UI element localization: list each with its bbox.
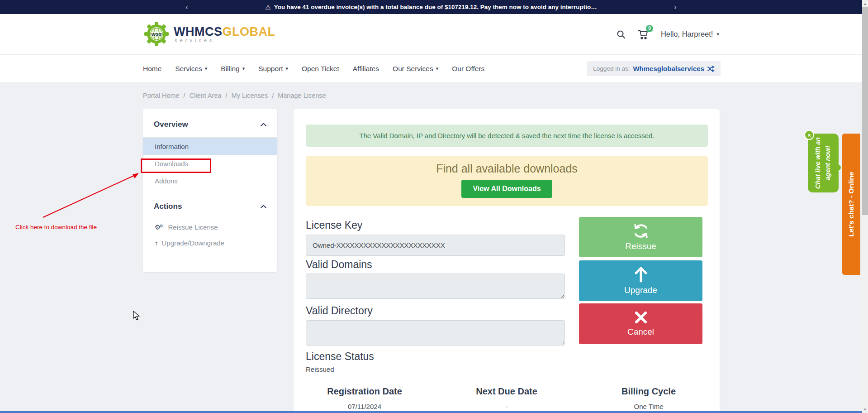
- nav-item-services[interactable]: Services▾: [175, 65, 207, 73]
- up-arrow-icon: ↑: [155, 240, 158, 246]
- nav-item-home[interactable]: Home: [143, 65, 161, 73]
- chat-close-icon[interactable]: ×: [804, 130, 814, 140]
- chat-invite-text: Chat live with an agent now!: [813, 137, 833, 189]
- license-status-label: License Status: [306, 351, 374, 363]
- warning-icon: ⚠: [265, 4, 271, 10]
- svg-text:WGS: WGS: [152, 32, 162, 37]
- chevron-down-icon: ▾: [286, 66, 289, 72]
- gear-globe-logo-icon: WGS: [143, 20, 170, 48]
- header: WGS WHMCSGLOBAL services: [0, 14, 862, 54]
- brand-word-global: GLOBAL: [222, 25, 275, 38]
- reissue-button[interactable]: Reissue: [579, 217, 702, 257]
- next-due-date-label: Next Due Date: [436, 386, 578, 397]
- action-upgrade-downgrade[interactable]: ↑ Upgrade/Downgrade: [143, 235, 277, 251]
- logged-in-user-link[interactable]: Whmcsglobalservices: [633, 65, 704, 72]
- account-menu[interactable]: Hello, Harpreet! ▾: [661, 30, 719, 38]
- view-all-downloads-button[interactable]: View All Downloads: [461, 180, 552, 198]
- license-key-field[interactable]: Owned-XXXXXXXXXXXXXXXXXXXXXXXX: [306, 235, 565, 256]
- breadcrumb-separator: /: [272, 92, 274, 99]
- brand-word-whmcs: WHMCS: [174, 25, 222, 38]
- registration-date-block: Registration Date 07/11/2024: [294, 386, 436, 410]
- registration-date-label: Registration Date: [294, 386, 436, 397]
- valid-domains-label: Valid Domains: [306, 259, 372, 271]
- logged-in-as-box: Logged in as: Whmcsglobalservices: [587, 61, 721, 76]
- scroll-up-icon[interactable]: ▲: [862, 0, 868, 7]
- breadcrumb-current: Manage License: [278, 92, 326, 99]
- nav-item-open-ticket[interactable]: Open Ticket: [302, 65, 339, 73]
- license-panel: The Valid Domain, IP and Directory will …: [294, 109, 720, 413]
- search-icon[interactable]: [617, 30, 626, 39]
- license-details-row: Registration Date 07/11/2024 Next Due Da…: [294, 386, 720, 410]
- breadcrumb-separator: /: [184, 92, 185, 99]
- valid-directory-textarea[interactable]: [306, 320, 565, 346]
- license-status-value: Reissued: [306, 365, 334, 373]
- scroll-down-icon[interactable]: ▼: [862, 406, 868, 413]
- actions-section-header[interactable]: Actions: [143, 189, 277, 219]
- nav-item-affiliates[interactable]: Affiliates: [353, 65, 379, 73]
- arrow-up-icon: [633, 266, 649, 283]
- sidebar: Overview Information Downloads Addons Ac…: [143, 109, 277, 272]
- next-due-date-block: Next Due Date -: [436, 386, 578, 410]
- sync-icon: [632, 223, 650, 239]
- switch-account-icon[interactable]: [707, 66, 715, 72]
- nav-item-our-offers[interactable]: Our Offers: [452, 65, 484, 73]
- chevron-down-icon: ▾: [242, 66, 245, 72]
- chevron-down-icon: ▾: [205, 66, 208, 72]
- scrollbar-thumb[interactable]: [862, 7, 868, 215]
- announcement-text: You have 41 overdue invoice(s) with a to…: [274, 4, 597, 10]
- nav-item-billing[interactable]: Billing▾: [221, 65, 245, 73]
- breadcrumb-separator: /: [226, 92, 228, 99]
- chat-tab[interactable]: Let's chat? - Online: [842, 134, 860, 275]
- license-key-label: License Key: [306, 219, 362, 231]
- registration-date-value: 07/11/2024: [294, 403, 436, 410]
- chevron-up-icon: [261, 123, 266, 126]
- overview-title: Overview: [154, 120, 188, 129]
- chevron-up-icon: [261, 205, 266, 208]
- chevron-down-icon: ▾: [436, 66, 439, 72]
- footer-top-edge: [0, 411, 862, 413]
- chat-bubble-tail: [835, 165, 841, 170]
- downloads-panel: Find all available downloads View All Do…: [306, 156, 708, 206]
- billing-cycle-value: One Time: [578, 403, 720, 410]
- chevron-down-icon: ▾: [716, 31, 719, 37]
- action-reissue-license[interactable]: ⚙⚙ Reissue License: [143, 219, 277, 235]
- billing-cycle-block: Billing Cycle One Time: [578, 386, 720, 410]
- downloads-panel-title: Find all available downloads: [306, 162, 708, 175]
- downloads-highlight-box: [141, 158, 211, 173]
- nav-item-support[interactable]: Support▾: [258, 65, 288, 73]
- mouse-cursor: [133, 311, 141, 321]
- sidebar-item-addons[interactable]: Addons: [143, 172, 277, 189]
- chat-tab-label: Let's chat? - Online: [847, 172, 855, 236]
- cart-count-badge: 0: [646, 25, 653, 32]
- breadcrumb: Portal Home / Client Area / My Licenses …: [143, 92, 326, 99]
- next-due-date-value: -: [436, 403, 578, 410]
- cancel-button[interactable]: Cancel: [579, 303, 702, 344]
- valid-domains-textarea[interactable]: [306, 274, 565, 299]
- announcement-next-icon[interactable]: ›: [669, 0, 682, 14]
- billing-cycle-label: Billing Cycle: [578, 386, 720, 397]
- announcement-prev-icon[interactable]: ‹: [180, 0, 194, 14]
- actions-title: Actions: [154, 202, 182, 211]
- valid-directory-label: Valid Directory: [306, 305, 373, 317]
- brand-logo[interactable]: WGS WHMCSGLOBAL services: [143, 20, 275, 48]
- cart-icon[interactable]: 0: [637, 29, 649, 40]
- annotation-text: Click here to download the file: [15, 224, 97, 231]
- logged-in-label: Logged in as:: [593, 65, 630, 72]
- announcement-bar: ‹ ⚠ You have 41 overdue invoice(s) with …: [0, 0, 862, 14]
- main-navigation: Home Services▾ Billing▾ Support▾ Open Ti…: [0, 54, 862, 82]
- chat-invite-bubble[interactable]: Chat live with an agent now!: [808, 134, 839, 192]
- upgrade-button[interactable]: Upgrade: [579, 260, 702, 301]
- brand-text: WHMCSGLOBAL services: [174, 25, 275, 43]
- overview-section-header[interactable]: Overview: [143, 109, 277, 137]
- greeting-text: Hello, Harpreet!: [661, 30, 713, 38]
- breadcrumb-portal-home[interactable]: Portal Home: [143, 92, 180, 99]
- vertical-scrollbar[interactable]: ▲ ▼: [862, 0, 868, 413]
- nav-item-our-services[interactable]: Our Services▾: [393, 65, 438, 73]
- manage-license-page: ‹ ⚠ You have 41 overdue invoice(s) with …: [0, 0, 868, 413]
- info-alert: The Valid Domain, IP and Directory will …: [306, 125, 708, 147]
- breadcrumb-client-area[interactable]: Client Area: [190, 92, 222, 99]
- gears-icon: ⚙⚙: [155, 224, 165, 231]
- sidebar-item-information[interactable]: Information: [143, 138, 277, 155]
- announcement-message: ⚠ You have 41 overdue invoice(s) with a …: [265, 4, 597, 10]
- breadcrumb-my-licenses[interactable]: My Licenses: [232, 92, 268, 99]
